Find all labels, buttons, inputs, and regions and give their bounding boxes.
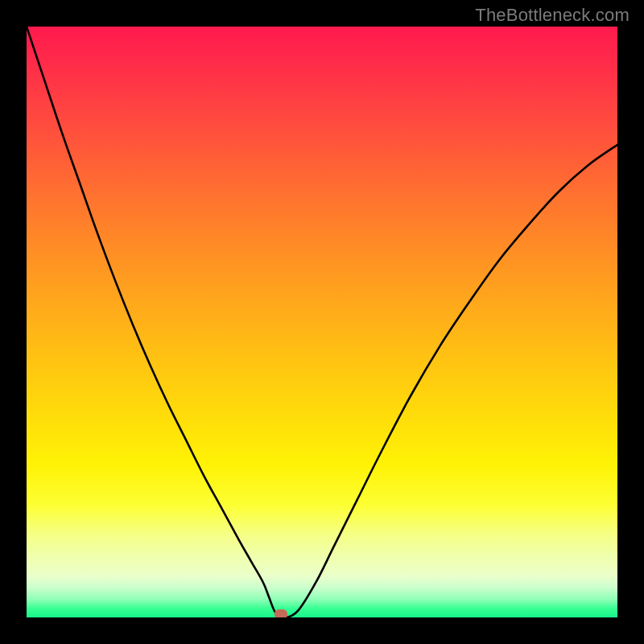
optimal-marker <box>275 609 287 617</box>
plot-area <box>27 27 617 617</box>
chart-frame: TheBottleneck.com <box>0 0 644 644</box>
watermark-text: TheBottleneck.com <box>475 5 630 26</box>
bottleneck-curve <box>27 27 617 617</box>
curve-svg <box>27 27 617 617</box>
